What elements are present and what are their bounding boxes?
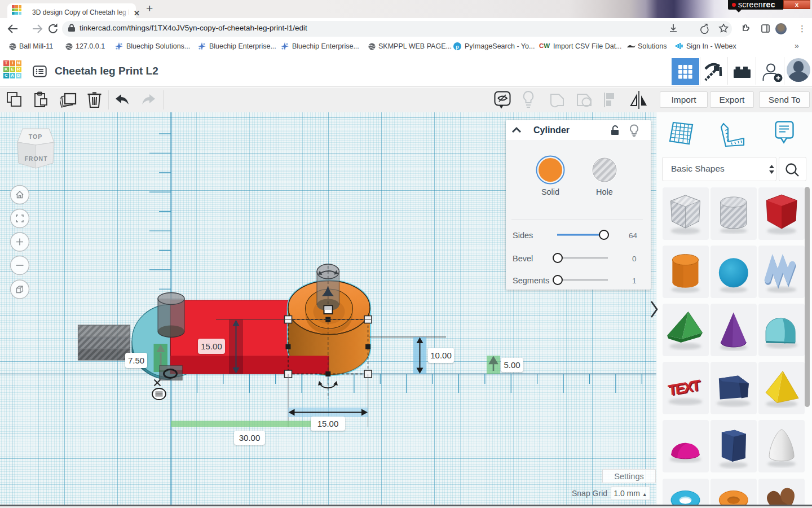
svg-text:TEXT: TEXT (668, 376, 701, 399)
svg-text:FRONT: FRONT (24, 155, 47, 162)
svg-text:p: p (456, 44, 459, 50)
svg-text:TOP: TOP (29, 133, 42, 140)
